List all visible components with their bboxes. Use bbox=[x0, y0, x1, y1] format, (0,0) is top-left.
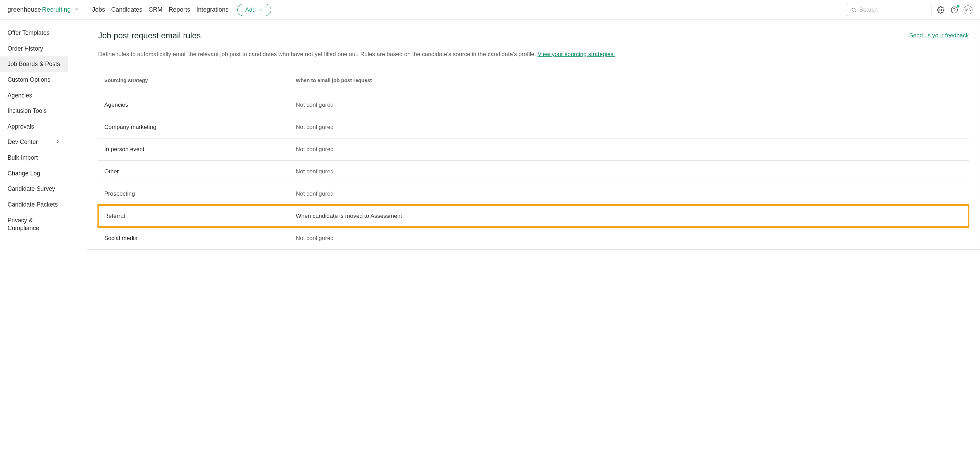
avatar-initials: MS bbox=[965, 8, 971, 12]
sidebar-item-inclusion-tools[interactable]: Inclusion Tools bbox=[0, 103, 68, 119]
settings-button[interactable] bbox=[936, 5, 945, 14]
sidebar-item-candidate-survey[interactable]: Candidate Survey bbox=[0, 181, 68, 197]
cell-strategy: Other bbox=[104, 168, 296, 175]
sidebar-item-job-boards-posts[interactable]: Job Boards & Posts bbox=[0, 56, 68, 72]
cell-when: Not configured bbox=[296, 146, 963, 153]
chevron-down-icon bbox=[259, 8, 263, 12]
add-button-label: Add bbox=[245, 6, 255, 13]
table-body: AgenciesNot configuredCompany marketingN… bbox=[98, 94, 969, 249]
table-row[interactable]: In person eventNot configured bbox=[98, 138, 969, 160]
chevron-right-icon bbox=[56, 138, 60, 146]
sidebar-item-label: Job Boards & Posts bbox=[8, 60, 60, 68]
logo-text-recruiting: Recruiting bbox=[42, 6, 71, 13]
cell-when: When candidate is moved to Assessment bbox=[296, 213, 963, 220]
nav-jobs[interactable]: Jobs bbox=[92, 6, 105, 13]
sidebar-item-label: Dev Center bbox=[8, 138, 38, 146]
sidebar-item-label: Order History bbox=[8, 45, 43, 53]
svg-point-3 bbox=[951, 6, 958, 13]
cell-strategy: Agencies bbox=[104, 102, 296, 108]
nav-integrations[interactable]: Integrations bbox=[196, 6, 228, 13]
col-header-strategy: Sourcing strategy bbox=[104, 77, 296, 83]
sidebar-item-candidate-packets[interactable]: Candidate Packets bbox=[0, 197, 68, 213]
col-header-when: When to email job post request bbox=[296, 77, 963, 83]
main-nav: Jobs Candidates CRM Reports Integrations bbox=[92, 6, 228, 13]
table-row[interactable]: AgenciesNot configured bbox=[98, 94, 969, 116]
nav-candidates[interactable]: Candidates bbox=[111, 6, 142, 13]
cell-strategy: Company marketing bbox=[104, 124, 296, 131]
table-row[interactable]: ReferralWhen candidate is moved to Asses… bbox=[98, 205, 969, 227]
main-layout: Offer TemplatesOrder HistoryJob Boards &… bbox=[0, 20, 980, 250]
cell-strategy: Prospecting bbox=[104, 191, 296, 197]
sidebar-item-dev-center[interactable]: Dev Center bbox=[0, 134, 68, 150]
sidebar-item-approvals[interactable]: Approvals bbox=[0, 119, 68, 135]
rules-table: Sourcing strategy When to email job post… bbox=[98, 73, 969, 249]
page-description: Define rules to automatically email the … bbox=[87, 40, 980, 59]
sidebar-item-privacy-compliance[interactable]: Privacy & Compliance bbox=[0, 213, 68, 236]
top-header: greenhouse Recruiting Jobs Candidates CR… bbox=[0, 0, 980, 20]
svg-point-2 bbox=[940, 9, 942, 11]
sidebar-item-custom-options[interactable]: Custom Options bbox=[0, 72, 68, 88]
avatar[interactable]: MS bbox=[964, 5, 972, 14]
notification-dot-icon bbox=[957, 5, 959, 8]
nav-crm[interactable]: CRM bbox=[148, 6, 162, 13]
sidebar-item-bulk-import[interactable]: Bulk Import bbox=[0, 150, 68, 166]
search-input[interactable] bbox=[859, 6, 927, 13]
sidebar-item-order-history[interactable]: Order History bbox=[0, 41, 68, 57]
table-row[interactable]: OtherNot configured bbox=[98, 160, 969, 183]
table-row[interactable]: ProspectingNot configured bbox=[98, 183, 969, 205]
logo-text-greenhouse: greenhouse bbox=[8, 6, 41, 13]
sidebar-item-offer-templates[interactable]: Offer Templates bbox=[0, 25, 68, 41]
add-button[interactable]: Add bbox=[237, 4, 271, 16]
sidebar-item-label: Custom Options bbox=[8, 76, 50, 84]
sidebar-item-label: Change Log bbox=[8, 170, 40, 178]
help-button[interactable] bbox=[950, 5, 959, 14]
sidebar-item-label: Bulk Import bbox=[8, 154, 38, 162]
sidebar-item-label: Privacy & Compliance bbox=[8, 217, 60, 232]
cell-when: Not configured bbox=[296, 168, 963, 175]
search-icon bbox=[851, 7, 857, 13]
feedback-link[interactable]: Send us your feedback bbox=[909, 32, 969, 39]
cell-when: Not configured bbox=[296, 235, 963, 242]
sidebar-item-label: Approvals bbox=[8, 123, 34, 131]
sidebar-item-change-log[interactable]: Change Log bbox=[0, 166, 68, 181]
gear-icon bbox=[937, 6, 945, 14]
svg-line-1 bbox=[855, 11, 856, 12]
sidebar: Offer TemplatesOrder HistoryJob Boards &… bbox=[0, 20, 87, 250]
search-box[interactable] bbox=[846, 4, 931, 16]
table-row[interactable]: Social mediaNot configured bbox=[98, 227, 969, 249]
cell-strategy: Referral bbox=[104, 213, 296, 220]
sidebar-item-label: Candidate Survey bbox=[8, 185, 55, 193]
page-title: Job post request email rules bbox=[98, 31, 201, 40]
table-header: Sourcing strategy When to email job post… bbox=[98, 73, 969, 88]
cell-strategy: In person event bbox=[104, 146, 296, 153]
sourcing-strategies-link[interactable]: View your sourcing strategies. bbox=[538, 51, 615, 57]
cell-strategy: Social media bbox=[104, 235, 296, 242]
page-header: Job post request email rules Send us you… bbox=[87, 21, 980, 40]
sidebar-item-agencies[interactable]: Agencies bbox=[0, 88, 68, 103]
header-right: MS bbox=[846, 4, 972, 16]
svg-point-0 bbox=[852, 8, 855, 11]
cell-when: Not configured bbox=[296, 102, 963, 108]
chevron-down-icon[interactable] bbox=[74, 6, 80, 13]
cell-when: Not configured bbox=[296, 191, 963, 197]
sidebar-item-label: Candidate Packets bbox=[8, 201, 58, 209]
sidebar-item-label: Offer Templates bbox=[8, 29, 49, 37]
content-area: Job post request email rules Send us you… bbox=[87, 21, 980, 250]
logo[interactable]: greenhouse Recruiting bbox=[8, 6, 80, 13]
table-row[interactable]: Company marketingNot configured bbox=[98, 116, 969, 138]
cell-when: Not configured bbox=[296, 124, 963, 131]
description-text: Define rules to automatically email the … bbox=[98, 51, 536, 57]
sidebar-item-label: Agencies bbox=[8, 92, 32, 100]
sidebar-item-label: Inclusion Tools bbox=[8, 107, 46, 115]
nav-reports[interactable]: Reports bbox=[169, 6, 190, 13]
